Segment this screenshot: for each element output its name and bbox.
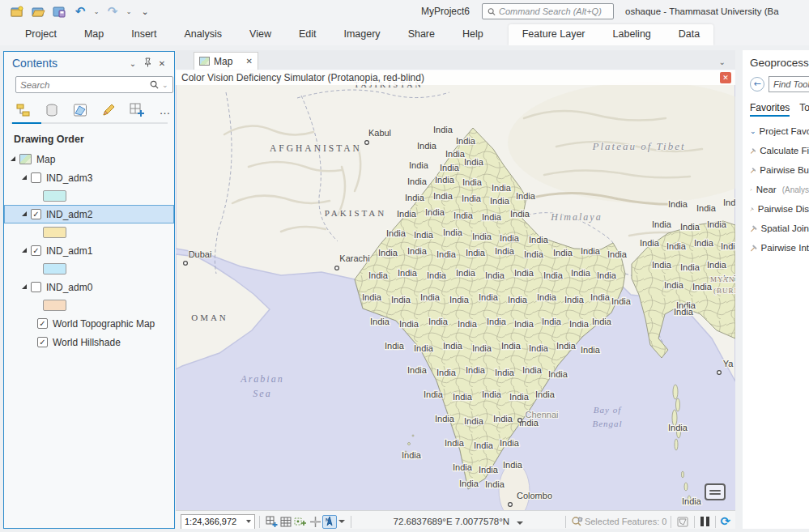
- selection-zoom-button[interactable]: [570, 515, 585, 529]
- symbol-swatch[interactable]: [43, 300, 66, 311]
- tree-item-ind_adm2[interactable]: ✓IND_adm2: [4, 205, 174, 223]
- ribbon-tab-labeling[interactable]: Labeling: [599, 24, 665, 45]
- list-by-selection-button[interactable]: [72, 102, 88, 118]
- quick-access-toolbar: ↶ ⌄ ↷ ⌄ ⌄: [0, 3, 154, 19]
- map-label-india: India: [487, 317, 507, 326]
- map-attribution-button[interactable]: [705, 483, 726, 500]
- expander-icon[interactable]: [22, 248, 27, 253]
- tree-item-ind_adm3[interactable]: IND_adm3: [4, 168, 174, 187]
- ribbon-tab-share[interactable]: Share: [394, 24, 449, 45]
- more-options-button[interactable]: …: [157, 102, 173, 118]
- find-tools-input[interactable]: [773, 79, 809, 89]
- map-label-india: India: [378, 248, 398, 257]
- geoprocessing-tab-toolboxes[interactable]: Toolboxes: [799, 102, 809, 117]
- map-label-india: India: [707, 260, 727, 270]
- account-name[interactable]: oshaque - Thammasat University (Ba: [625, 0, 809, 23]
- tree-item-ind_adm0[interactable]: IND_adm0: [4, 278, 174, 296]
- tab-list-chevron-icon[interactable]: ⌄: [719, 57, 726, 66]
- map-label-region: (BURMA: [713, 287, 735, 295]
- north-arrow-dropdown-arrow[interactable]: [339, 520, 345, 523]
- pane-menu-chevron-icon[interactable]: ⌄: [126, 59, 140, 68]
- snapping-toggle-button[interactable]: [293, 515, 308, 529]
- back-arrow-icon[interactable]: ←: [750, 77, 764, 92]
- list-by-editing-button[interactable]: [100, 102, 117, 118]
- add-bookmark-button[interactable]: [264, 515, 279, 529]
- ribbon-tab-insert[interactable]: Insert: [117, 24, 170, 45]
- tool-item-near[interactable]: Near(Analys: [750, 180, 809, 199]
- command-search-input[interactable]: [499, 6, 608, 16]
- tool-item-pairwise-dis[interactable]: Pairwise Dis: [750, 199, 809, 219]
- contents-search-box[interactable]: ⌄: [15, 76, 173, 93]
- close-map-tab-icon[interactable]: ✕: [246, 57, 253, 66]
- map-label-india: India: [569, 319, 590, 329]
- geoprocessing-tab-favorites[interactable]: Favorites: [750, 102, 790, 117]
- list-by-snapping-button[interactable]: [129, 102, 145, 118]
- find-tools-box[interactable]: [769, 76, 809, 92]
- ribbon-tab-project[interactable]: Project: [11, 24, 70, 45]
- map-label-india: India: [652, 219, 672, 229]
- new-project-button[interactable]: [8, 3, 26, 19]
- list-by-drawing-order-button[interactable]: [15, 102, 32, 118]
- refresh-map-button[interactable]: ⟳: [720, 516, 730, 528]
- map-svg[interactable]: IndiaIndiaIndiaIndiaIndiaIndiaIndiaIndia…: [176, 70, 735, 510]
- map-label-india: India: [495, 246, 515, 256]
- pause-drawing-button[interactable]: [699, 517, 711, 526]
- visibility-checkbox[interactable]: ✓: [31, 245, 41, 256]
- map-label-india: India: [456, 268, 476, 278]
- expander-icon[interactable]: [11, 156, 15, 161]
- list-by-data-source-button[interactable]: [44, 102, 60, 118]
- open-table-button[interactable]: [279, 515, 293, 529]
- scale-dropdown[interactable]: 1:24,366,972: [181, 514, 255, 530]
- ribbon-tab-help[interactable]: Help: [449, 24, 497, 45]
- visibility-checkbox[interactable]: [31, 282, 41, 292]
- spatial-reference-button[interactable]: [675, 515, 690, 529]
- visibility-checkbox[interactable]: ✓: [31, 209, 41, 219]
- symbol-swatch[interactable]: [43, 227, 66, 238]
- ribbon-tab-map[interactable]: Map: [70, 24, 117, 45]
- north-arrow-button[interactable]: N: [322, 515, 337, 529]
- pin-icon[interactable]: [140, 57, 155, 69]
- attribution-icon: [709, 490, 721, 492]
- project-favorites-header[interactable]: ⌄ Project Favorites: [750, 126, 809, 136]
- ribbon-tab-analysis[interactable]: Analysis: [171, 24, 236, 45]
- map-canvas[interactable]: IndiaIndiaIndiaIndiaIndiaIndiaIndiaIndia…: [176, 70, 735, 510]
- symbol-swatch[interactable]: [43, 263, 66, 275]
- customize-toolbar-button[interactable]: ⌄: [136, 3, 154, 19]
- search-options-chevron-icon[interactable]: ⌄: [162, 81, 168, 89]
- tree-item-ind_adm1[interactable]: ✓IND_adm1: [4, 241, 174, 260]
- save-project-button[interactable]: [50, 3, 68, 19]
- undo-dropdown[interactable]: ⌄: [92, 8, 100, 15]
- coordinates-dropdown-arrow[interactable]: [517, 521, 523, 525]
- open-project-button[interactable]: [29, 3, 47, 19]
- tool-item-pairwise-bu[interactable]: Pairwise Bu: [750, 160, 809, 180]
- ribbon-tab-data[interactable]: Data: [665, 24, 713, 45]
- expander-icon[interactable]: [22, 211, 27, 216]
- visibility-checkbox[interactable]: ✓: [37, 337, 48, 347]
- expander-icon[interactable]: [22, 175, 27, 180]
- pane-splitter[interactable]: [735, 50, 743, 532]
- ribbon-tab-feature-layer[interactable]: Feature Layer: [509, 24, 599, 45]
- ribbon-tab-edit[interactable]: Edit: [285, 24, 330, 45]
- contents-search-input[interactable]: [20, 80, 147, 90]
- visibility-checkbox[interactable]: ✓: [37, 318, 48, 329]
- notification-close-button[interactable]: ✕: [720, 72, 731, 83]
- command-search-box[interactable]: [482, 3, 614, 19]
- ribbon-tab-imagery[interactable]: Imagery: [330, 24, 394, 45]
- coordinates-display[interactable]: 72.6837689°E 7.0077578°N: [356, 517, 561, 526]
- tool-item-calculate-fi[interactable]: Calculate Fi: [750, 141, 809, 160]
- undo-button[interactable]: ↶: [71, 3, 89, 19]
- tool-item-pairwise-int[interactable]: Pairwise Int: [750, 238, 809, 257]
- expander-icon[interactable]: [22, 284, 27, 289]
- tree-item-map[interactable]: Map: [4, 150, 174, 168]
- close-pane-icon[interactable]: ✕: [155, 59, 169, 68]
- redo-dropdown[interactable]: ⌄: [125, 8, 133, 15]
- symbol-swatch[interactable]: [43, 190, 66, 202]
- crosshair-button[interactable]: [308, 515, 322, 529]
- tree-item-world-topographic-map[interactable]: ✓World Topographic Map: [4, 314, 174, 333]
- map-view-tab[interactable]: Map ✕: [194, 52, 258, 70]
- tool-item-spatial-join[interactable]: Spatial Join: [750, 219, 809, 238]
- redo-button[interactable]: ↷: [104, 3, 121, 19]
- tree-item-world-hillshade[interactable]: ✓World Hillshade: [4, 333, 174, 351]
- ribbon-tab-view[interactable]: View: [236, 24, 285, 45]
- visibility-checkbox[interactable]: [31, 172, 41, 183]
